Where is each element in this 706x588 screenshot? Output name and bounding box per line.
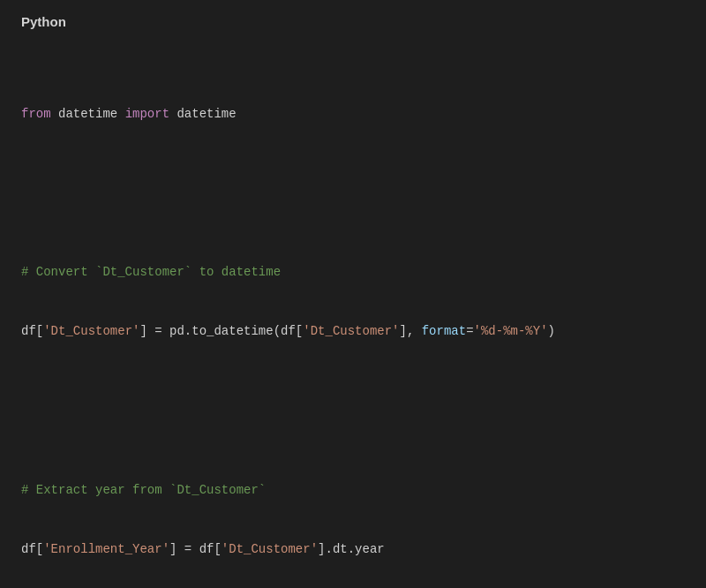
code-block: from datetime import datetime # Convert … xyxy=(21,45,685,588)
line-enrollment-year: df['Enrollment_Year'] = df['Dt_Customer'… xyxy=(21,539,685,559)
line-comment-1: # Convert `Dt_Customer` to datetime xyxy=(21,262,685,282)
line-empty-1 xyxy=(21,184,685,203)
line-comment-2: # Extract year from `Dt_Customer` xyxy=(21,480,685,500)
code-container: Python from datetime import datetime # C… xyxy=(0,0,706,588)
line-empty-2 xyxy=(21,401,685,420)
section-title: Python xyxy=(21,14,685,29)
line-dt-customer: df['Dt_Customer'] = pd.to_datetime(df['D… xyxy=(21,321,685,341)
line-from-import: from datetime import datetime xyxy=(21,104,685,124)
